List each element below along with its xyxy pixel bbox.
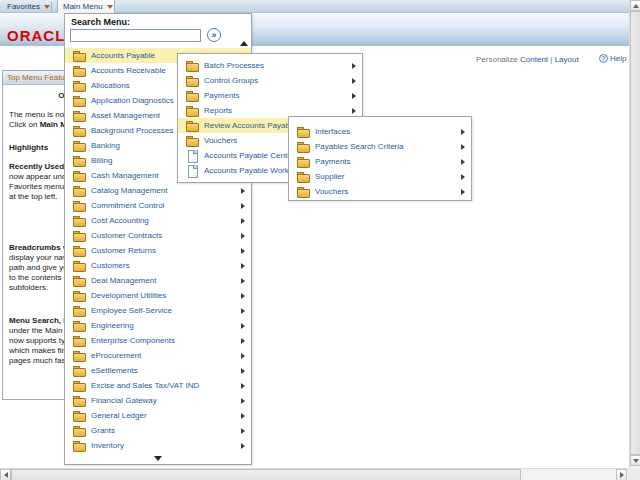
menu-item[interactable]: Employee Self-Service	[65, 303, 251, 318]
menu-item-label: Batch Processes	[204, 61, 264, 70]
menu-item[interactable]: eProcurement	[65, 348, 251, 363]
menu-item[interactable]: Grants	[65, 423, 251, 438]
menu-item[interactable]: Batch Processes	[178, 58, 362, 73]
menu-item-label: Payables Search Criteria	[315, 142, 403, 151]
menu-item-label: Asset Management	[91, 111, 160, 120]
peoplesoft-page: Favorites Main Menu ORACLE Personalize C…	[0, 0, 640, 480]
menu-item[interactable]: Payables Search Criteria	[289, 139, 471, 154]
personalize-bar: Personalize Content | Layout	[476, 55, 579, 64]
menu-item-label: Payments	[204, 91, 240, 100]
main-menu-button[interactable]: Main Menu	[57, 0, 115, 13]
vertical-scrollbar[interactable]	[629, 0, 640, 468]
menu-item-label: Payments	[315, 157, 351, 166]
menu-item[interactable]: Deal Management	[65, 273, 251, 288]
help-link[interactable]: Help	[610, 54, 626, 63]
submenu-arrow-icon	[461, 144, 465, 150]
submenu-arrow-icon	[352, 63, 356, 69]
menu-item-label: Accounts Payable Center	[204, 151, 294, 160]
menu-item[interactable]: Commitment Control	[65, 198, 251, 213]
submenu-arrow-icon	[241, 233, 245, 239]
menu-item-label: Cost Accounting	[91, 216, 149, 225]
menu-item-label: Engineering	[91, 321, 134, 330]
scroll-right-icon	[620, 472, 624, 478]
folder-icon	[73, 335, 85, 346]
menu-item-label: Employee Self-Service	[91, 306, 172, 315]
menu-item[interactable]: eSettlements	[65, 363, 251, 378]
menu-item[interactable]: Interfaces	[289, 124, 471, 139]
scroll-right-button[interactable]	[616, 469, 627, 480]
personalize-layout-link[interactable]: Layout	[555, 55, 579, 64]
favorites-menu-button[interactable]: Favorites	[7, 0, 50, 13]
submenu-arrow-icon	[241, 248, 245, 254]
submenu-arrow-icon	[241, 188, 245, 194]
main-menu-label: Main Menu	[63, 2, 103, 11]
menu-item[interactable]: Supplier	[289, 169, 471, 184]
submenu-arrow-icon	[241, 323, 245, 329]
menu-scroll-up-icon[interactable]	[240, 41, 248, 46]
submenu-arrow-icon	[241, 293, 245, 299]
favorites-label: Favorites	[7, 2, 40, 11]
menu-item[interactable]: Customers	[65, 258, 251, 273]
submenu-arrow-icon	[241, 308, 245, 314]
document-icon	[186, 165, 198, 176]
menu-item[interactable]: Vouchers	[289, 184, 471, 199]
menu-item-label: Catalog Management	[91, 186, 168, 195]
folder-icon	[297, 171, 309, 182]
menu-item[interactable]: Control Groups	[178, 73, 362, 88]
menu-item-label: eSettlements	[91, 366, 138, 375]
dropdown-arrow-icon	[107, 5, 113, 9]
submenu-arrow-icon	[241, 428, 245, 434]
submenu-list: Interfaces Payables Search Criteria Paym…	[289, 124, 471, 199]
document-icon	[186, 150, 198, 161]
submenu-arrow-icon	[241, 353, 245, 359]
menu-item[interactable]: Cost Accounting	[65, 213, 251, 228]
folder-icon	[297, 186, 309, 197]
search-menu-label: Search Menu:	[71, 17, 130, 27]
menu-item[interactable]: Development Utilities	[65, 288, 251, 303]
review-accounts-payable-submenu: Interfaces Payables Search Criteria Paym…	[288, 116, 472, 201]
menu-item[interactable]: Payments	[289, 154, 471, 169]
horizontal-scroll-thumb[interactable]	[11, 469, 521, 480]
menu-item-label: Supplier	[315, 172, 344, 181]
menu-item[interactable]: Engineering	[65, 318, 251, 333]
help-area: ? Help	[599, 54, 626, 63]
menu-item[interactable]: Inventory	[65, 438, 251, 453]
menu-item[interactable]: Payments	[178, 88, 362, 103]
personalize-label: Personalize	[476, 55, 518, 64]
folder-icon	[73, 395, 85, 406]
scroll-left-icon	[4, 472, 8, 478]
scroll-up-button[interactable]	[630, 0, 640, 11]
scroll-down-button[interactable]	[630, 455, 640, 466]
menu-item[interactable]: Enterprise Components	[65, 333, 251, 348]
personalize-content-link[interactable]: Content	[520, 55, 548, 64]
menu-item-label: Accounts Payable	[91, 51, 155, 60]
menu-scroll-down-icon[interactable]	[154, 456, 162, 461]
folder-icon	[186, 120, 198, 131]
scrollbar-corner	[628, 468, 640, 480]
menu-item-label: Allocations	[91, 81, 130, 90]
menu-item[interactable]: Catalog Management	[65, 183, 251, 198]
menu-item-label: Accounts Receivable	[91, 66, 166, 75]
vertical-scroll-thumb[interactable]	[630, 11, 640, 455]
folder-icon	[297, 141, 309, 152]
menu-item-label: Banking	[91, 141, 120, 150]
menu-item-label: Deal Management	[91, 276, 156, 285]
menu-item-label: Enterprise Components	[91, 336, 175, 345]
menu-item-label: Grants	[91, 426, 115, 435]
folder-icon	[73, 365, 85, 376]
folder-icon	[186, 75, 198, 86]
search-go-button[interactable]: »	[207, 28, 221, 42]
scroll-left-button[interactable]	[0, 469, 11, 480]
menu-search-input[interactable]	[70, 29, 201, 42]
submenu-arrow-icon	[461, 189, 465, 195]
menu-item[interactable]: Financial Gateway	[65, 393, 251, 408]
menu-item[interactable]: Customer Contracts	[65, 228, 251, 243]
folder-icon	[73, 275, 85, 286]
menu-item-label: Background Processes	[91, 126, 173, 135]
menu-item[interactable]: General Ledger	[65, 408, 251, 423]
menu-item[interactable]: Excise and Sales Tax/VAT IND	[65, 378, 251, 393]
menu-item[interactable]: Customer Returns	[65, 243, 251, 258]
folder-icon	[73, 95, 85, 106]
folder-icon	[186, 105, 198, 116]
horizontal-scrollbar[interactable]	[0, 468, 628, 480]
